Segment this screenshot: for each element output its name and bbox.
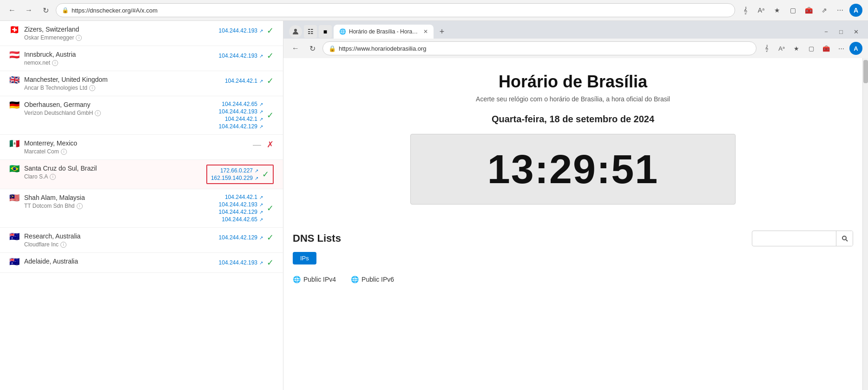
inner-lock-icon: 🔒	[329, 45, 336, 52]
info-icon-monterrey[interactable]: i	[61, 149, 67, 155]
url-text: https://dnschecker.org/#A/x.com	[72, 7, 158, 14]
inner-active-tab[interactable]: 🌐 Horário de Brasília - Hora Certa C ✕	[334, 25, 434, 39]
info-icon-research[interactable]: i	[60, 242, 66, 248]
share-button[interactable]: ⇗	[818, 4, 831, 17]
favorites-button[interactable]: ★	[770, 4, 783, 17]
globe-icon-ipv6: 🌐	[351, 276, 359, 283]
ext-link-research-1[interactable]: ↗	[259, 235, 263, 240]
ip-oberhausen-4: 104.244.42.129	[219, 123, 257, 130]
inner-reader-btn[interactable]: 𝄞	[760, 42, 773, 55]
inner-scrollbar[interactable]	[862, 58, 868, 390]
dns-search-input[interactable]	[752, 232, 836, 245]
inner-more-btn[interactable]: ⋯	[835, 42, 848, 55]
ip-oberhausen-1: 104.244.42.65	[222, 101, 257, 107]
inner-back-button[interactable]: ←	[289, 42, 302, 55]
inner-close-btn[interactable]: ✕	[849, 25, 862, 38]
profile-icon-inner	[292, 28, 299, 35]
inner-collections-btn[interactable]: ▢	[805, 42, 818, 55]
inner-profile-area[interactable]	[289, 25, 302, 38]
inner-maximize-btn[interactable]: □	[835, 25, 848, 38]
ext-link-santacruz-2[interactable]: ↗	[255, 176, 258, 181]
ext-link-shahalam-2[interactable]: ↗	[259, 202, 263, 207]
inner-new-tab-button[interactable]: +	[435, 25, 448, 38]
ip-research-1: 104.244.42.129	[219, 234, 257, 241]
inner-reload-button[interactable]: ↻	[306, 42, 319, 55]
dns-list-item-ipv4[interactable]: 🌐 Public IPv4	[293, 276, 336, 283]
right-panel: ☷ ■ 🌐 Horário de Brasília - Hora Certa C…	[283, 21, 868, 390]
dns-row-adelaide: 🇦🇺 Adelaide, Australia 104.244.42.193↗ ✓	[0, 253, 283, 273]
svg-point-1	[842, 236, 846, 240]
location-research: Research, Australia	[24, 232, 80, 240]
isp-monterrey: Marcatel Com	[24, 148, 59, 155]
info-icon-oberhausen[interactable]: i	[95, 110, 101, 116]
reload-button[interactable]: ↻	[39, 4, 52, 17]
flag-germany: 🇩🇪	[9, 101, 20, 108]
search-icon	[842, 235, 848, 242]
inner-minimize-btn[interactable]: −	[820, 25, 833, 38]
isp-manchester: Ancar B Technologies Ltd	[24, 85, 87, 91]
ips-tab[interactable]: IPs	[293, 252, 316, 264]
inner-address-bar[interactable]: 🔒 https://www.horariodebrasilia.org	[322, 41, 756, 55]
info-icon-manchester[interactable]: i	[89, 85, 95, 91]
inner-tab-grid-btn[interactable]: ☷	[304, 25, 317, 38]
info-icon-innsbruck[interactable]: i	[52, 60, 58, 66]
address-bar[interactable]: 🔒 https://dnschecker.org/#A/x.com	[56, 3, 735, 17]
status-innsbruck: ✓	[267, 51, 274, 61]
ext-link-oberhausen-4[interactable]: ↗	[259, 124, 263, 129]
collections-button[interactable]: ▢	[786, 4, 799, 17]
flag-switzerland: 🇨🇭	[9, 26, 20, 33]
inner-page-content: Horário de Brasília Acerte seu relógio c…	[283, 58, 862, 390]
inner-profile-btn[interactable]: A	[849, 42, 862, 55]
ext-link-shahalam-3[interactable]: ↗	[259, 210, 263, 215]
back-button[interactable]: ←	[6, 4, 19, 17]
info-icon-santacruz[interactable]: i	[50, 174, 56, 180]
browser-right-icons: 𝄞 Aᵃ ★ ▢ 🧰 ⇗ ⋯ A	[739, 4, 862, 17]
status-santacruz: ✓	[262, 169, 269, 179]
status-manchester: ✓	[267, 76, 274, 86]
page-title: Horário de Brasília	[499, 72, 647, 92]
inner-new-tab-btn-left[interactable]: ■	[319, 25, 332, 38]
info-icon-shahalam[interactable]: i	[77, 203, 83, 209]
status-monterrey: ✗	[267, 139, 274, 150]
ext-link-shahalam-4[interactable]: ↗	[259, 217, 263, 222]
ext-link-oberhausen-3[interactable]: ↗	[259, 117, 263, 122]
ip-oberhausen-2: 104.244.42.193	[219, 108, 257, 115]
flag-brazil: 🇧🇷	[9, 165, 20, 172]
ext-link-shahalam-1[interactable]: ↗	[259, 195, 263, 200]
info-icon-zizers[interactable]: i	[76, 35, 82, 41]
svg-point-0	[294, 29, 297, 32]
ip-shahalam-3: 104.244.42.129	[219, 209, 257, 215]
inner-extensions-btn[interactable]: 🧰	[820, 42, 833, 55]
dns-search-button[interactable]	[836, 231, 853, 246]
ext-link-manchester-1[interactable]: ↗	[259, 79, 263, 84]
forward-button[interactable]: →	[22, 4, 35, 17]
ext-link-adelaide-1[interactable]: ↗	[259, 260, 263, 265]
flag-mexico: 🇲🇽	[9, 139, 20, 147]
dns-search-box[interactable]	[752, 231, 853, 246]
dns-row-manchester: 🇬🇧 Manchester, United Kingdom Ancar B Te…	[0, 71, 283, 96]
dns-row-innsbruck: 🇦🇹 Innsbruck, Austria nemox.net i 104.24…	[0, 46, 283, 71]
ext-link-innsbruck-1[interactable]: ↗	[259, 53, 263, 59]
location-monterrey: Monterrey, Mexico	[24, 139, 77, 147]
dns-list-item-ipv6[interactable]: 🌐 Public IPv6	[351, 276, 394, 283]
inner-favorites-btn[interactable]: ★	[790, 42, 803, 55]
ip-innsbruck-1: 104.244.42.193	[219, 53, 257, 59]
clock-display: 13:29:51	[410, 134, 736, 205]
ext-link-zizers-1[interactable]: ↗	[259, 28, 263, 33]
extensions-button[interactable]: 🧰	[802, 4, 815, 17]
ext-link-oberhausen-2[interactable]: ↗	[259, 109, 263, 114]
more-button[interactable]: ⋯	[834, 4, 847, 17]
status-shahalam: ✓	[267, 203, 274, 213]
profile-button[interactable]: A	[849, 4, 862, 17]
location-shahalam: Shah Alam, Malaysia	[24, 194, 85, 201]
dns-lists-header: DNS Lists	[293, 231, 853, 246]
translate-button[interactable]: Aᵃ	[755, 4, 768, 17]
inner-tab-close[interactable]: ✕	[423, 28, 428, 35]
inner-translate-btn[interactable]: Aᵃ	[775, 42, 788, 55]
ext-link-oberhausen-1[interactable]: ↗	[259, 102, 263, 107]
dns-list-items: 🌐 Public IPv4 🌐 Public IPv6	[293, 276, 853, 283]
reader-mode-button[interactable]: 𝄞	[739, 4, 752, 17]
ext-link-santacruz-1[interactable]: ↗	[255, 168, 258, 173]
globe-icon-ipv4: 🌐	[293, 276, 301, 283]
inner-scrollbar-thumb[interactable]	[863, 60, 868, 83]
